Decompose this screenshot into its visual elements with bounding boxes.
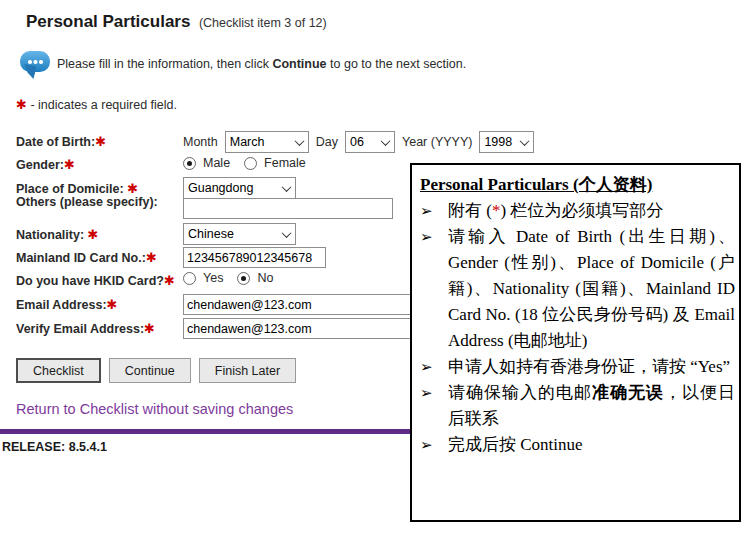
gender-female-radio[interactable]: [244, 157, 257, 170]
mainland-id-input[interactable]: [183, 247, 326, 268]
annotation-title: Personal Particulars (个人资料): [420, 172, 735, 198]
annotation-item-continue: ➢完成后按 Continue: [420, 432, 735, 458]
required-asterisk-icon: ✱: [88, 227, 99, 242]
dob-year-label: Year (YYYY): [402, 135, 472, 149]
required-note-text: - indicates a required field.: [27, 98, 177, 112]
checklist-button[interactable]: Checklist: [16, 358, 101, 383]
domicile-value: Guangdong: [188, 181, 253, 195]
arrow-bullet-icon: ➢: [420, 224, 433, 250]
required-asterisk-icon: ✱: [64, 157, 75, 172]
domicile-controls: Guangdong: [183, 177, 296, 199]
chevron-down-icon: [282, 228, 292, 238]
dob-label: Date of Birth:✱: [16, 134, 106, 149]
chevron-down-icon: [282, 182, 292, 192]
release-version: RELEASE: 8.5.4.1: [2, 440, 107, 454]
button-row: Checklist Continue Finish Later: [16, 358, 296, 383]
required-asterisk-icon: ✱: [95, 134, 106, 149]
hkid-no-radio[interactable]: [237, 272, 250, 285]
required-asterisk-icon: ✱: [127, 181, 138, 196]
hkid-controls: Yes No: [183, 271, 287, 285]
others-label: Others (please specify):: [16, 195, 158, 209]
info-message: Please fill in the information, then cli…: [57, 57, 466, 71]
continue-button[interactable]: Continue: [109, 358, 191, 383]
gender-male-radio[interactable]: [183, 157, 196, 170]
arrow-bullet-icon: ➢: [420, 198, 433, 224]
required-asterisk-icon: ✱: [164, 273, 175, 288]
annotation-list: ➢附有 (*) 栏位为必须填写部分 ➢请输入 Date of Birth (出生…: [420, 198, 735, 458]
annotation-item-email: ➢请确保输入的电邮准确无误，以便日后联系: [420, 380, 735, 432]
speech-bubble-icon: [20, 51, 50, 72]
info-message-suffix: to go to the next section.: [327, 57, 467, 71]
dob-month-value: March: [230, 135, 265, 149]
required-field-note: ✱ - indicates a required field.: [16, 97, 177, 112]
dob-day-select[interactable]: 06: [345, 131, 395, 153]
annotation-box: Personal Particulars (个人资料) ➢附有 (*) 栏位为必…: [410, 163, 741, 522]
nationality-label: Nationality: ✱: [16, 227, 98, 242]
info-message-prefix: Please fill in the information, then cli…: [57, 57, 272, 71]
dob-year-select[interactable]: 1998: [479, 131, 534, 153]
arrow-bullet-icon: ➢: [420, 354, 433, 380]
annotation-item-hkid: ➢申请人如持有香港身份证，请按 “Yes”: [420, 354, 735, 380]
gender-label: Gender:✱: [16, 157, 75, 172]
mainland-id-label: Mainland ID Card No.:✱: [16, 250, 157, 265]
others-input[interactable]: [183, 198, 393, 219]
hkid-label: Do you have HKID Card?✱: [16, 273, 175, 288]
dob-controls: Month March Day 06 Year (YYYY) 1998: [183, 131, 534, 153]
gender-controls: Male Female: [183, 156, 320, 170]
page-title: Personal Particulars (Checklist item 3 o…: [26, 12, 327, 32]
dob-month-select[interactable]: March: [225, 131, 309, 153]
chevron-down-icon: [381, 136, 391, 146]
domicile-label: Place of Domicile: ✱: [16, 181, 138, 196]
gender-female-label: Female: [264, 156, 306, 170]
chevron-down-icon: [520, 136, 530, 146]
return-to-checklist-link[interactable]: Return to Checklist without saving chang…: [16, 401, 293, 417]
annotation-item-required: ➢附有 (*) 栏位为必须填写部分: [420, 198, 735, 224]
gender-male-label: Male: [203, 156, 230, 170]
dob-month-label: Month: [183, 135, 218, 149]
required-asterisk-icon: ✱: [144, 321, 155, 336]
hkid-no-label: No: [257, 271, 273, 285]
nationality-select[interactable]: Chinese: [183, 223, 296, 245]
annotation-item-fields: ➢请输入 Date of Birth (出生日期)、Gender (性别)、Pl…: [420, 224, 735, 354]
dob-day-value: 06: [350, 135, 364, 149]
nationality-controls: Chinese: [183, 223, 296, 245]
chevron-down-icon: [294, 136, 304, 146]
page-title-subtitle: (Checklist item 3 of 12): [199, 16, 327, 30]
domicile-select[interactable]: Guangdong: [183, 177, 296, 199]
page-title-main: Personal Particulars: [26, 12, 190, 31]
required-asterisk-icon: ✱: [107, 297, 118, 312]
email-label: Email Address:✱: [16, 297, 117, 312]
required-asterisk-icon: ✱: [16, 97, 27, 112]
verify-email-label: Verify Email Address:✱: [16, 321, 155, 336]
dob-day-label: Day: [316, 135, 338, 149]
arrow-bullet-icon: ➢: [420, 432, 433, 458]
hkid-yes-label: Yes: [203, 271, 223, 285]
dob-year-value: 1998: [484, 135, 512, 149]
info-message-continue: Continue: [272, 57, 326, 71]
page: Personal Particulars (Checklist item 3 o…: [0, 0, 748, 537]
finish-later-button[interactable]: Finish Later: [199, 358, 296, 383]
required-asterisk-icon: ✱: [146, 250, 157, 265]
arrow-bullet-icon: ➢: [420, 380, 433, 406]
hkid-yes-radio[interactable]: [183, 272, 196, 285]
nationality-value: Chinese: [188, 227, 234, 241]
